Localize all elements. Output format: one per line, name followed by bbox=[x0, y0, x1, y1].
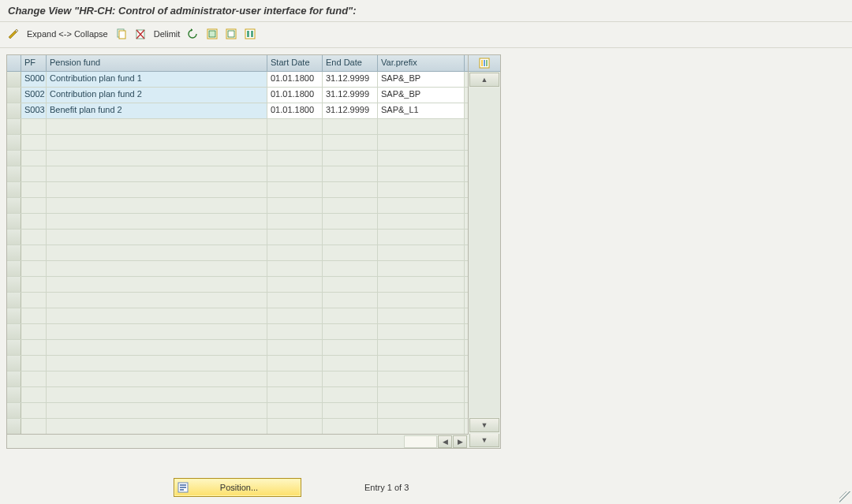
scroll-down-end-icon[interactable]: ▼ bbox=[469, 434, 499, 447]
hscroll-track[interactable] bbox=[404, 435, 437, 448]
cell-start-date[interactable]: 01.01.1800 bbox=[267, 88, 323, 103]
cell-fund bbox=[47, 182, 267, 197]
delimit-button[interactable]: Delimit bbox=[152, 29, 182, 39]
row-selector[interactable] bbox=[7, 103, 21, 118]
cell-start-date bbox=[267, 166, 323, 181]
cell-start-date bbox=[267, 308, 323, 323]
hscroll-right-icon[interactable]: ▶ bbox=[453, 435, 467, 448]
page-title: Change View "HR-CH: Control of administr… bbox=[0, 0, 852, 20]
row-selector[interactable] bbox=[7, 293, 21, 308]
copy-icon[interactable] bbox=[114, 27, 129, 41]
col-varprefix[interactable]: Var.prefix bbox=[378, 55, 465, 71]
cell-end-date[interactable]: 31.12.9999 bbox=[323, 72, 378, 87]
row-selector[interactable] bbox=[7, 371, 21, 386]
hscroll-left-icon[interactable]: ◀ bbox=[438, 435, 452, 448]
svg-rect-9 bbox=[245, 29, 255, 39]
cell-start-date[interactable]: 01.01.1800 bbox=[267, 72, 323, 87]
select-all-icon[interactable] bbox=[205, 27, 219, 41]
cell-varprefix bbox=[378, 151, 465, 166]
cell-varprefix[interactable]: SAP&_L1 bbox=[378, 103, 465, 118]
cell-fund[interactable]: Contribution plan fund 1 bbox=[47, 72, 267, 87]
row-selector[interactable] bbox=[7, 261, 21, 276]
row-selector[interactable] bbox=[7, 72, 21, 87]
row-selector[interactable] bbox=[7, 356, 21, 371]
svg-rect-18 bbox=[180, 487, 186, 488]
table-row: S000Contribution plan fund 101.01.180031… bbox=[7, 72, 468, 88]
cell-fund bbox=[47, 340, 267, 355]
position-button[interactable]: Position... bbox=[174, 478, 301, 497]
col-start[interactable]: Start Date bbox=[267, 55, 323, 71]
cell-varprefix[interactable]: SAP&_BP bbox=[378, 72, 465, 87]
cell-varprefix bbox=[378, 403, 465, 418]
row-selector[interactable] bbox=[7, 151, 21, 166]
svg-rect-11 bbox=[251, 31, 253, 37]
table-row bbox=[7, 198, 468, 214]
row-selector[interactable] bbox=[7, 135, 21, 150]
cell-start-date[interactable]: 01.01.1800 bbox=[267, 103, 323, 118]
row-selector[interactable] bbox=[7, 119, 21, 134]
cell-start-date bbox=[267, 182, 323, 197]
row-selector[interactable] bbox=[7, 340, 21, 355]
svg-rect-14 bbox=[484, 60, 485, 66]
cell-start-date bbox=[267, 198, 323, 213]
toggle-edit-icon[interactable] bbox=[6, 27, 21, 41]
config-icon[interactable] bbox=[243, 27, 257, 41]
cell-start-date bbox=[267, 356, 323, 371]
cell-pf[interactable]: S002 bbox=[21, 88, 47, 103]
cell-start-date bbox=[267, 387, 323, 402]
cell-pf bbox=[21, 371, 47, 386]
resize-handle-icon[interactable] bbox=[839, 491, 850, 502]
table-row bbox=[7, 293, 468, 308]
col-fund[interactable]: Pension fund bbox=[47, 55, 267, 71]
cell-pf bbox=[21, 119, 47, 134]
table-row bbox=[7, 340, 468, 356]
cell-varprefix[interactable]: SAP&_BP bbox=[378, 88, 465, 103]
row-selector[interactable] bbox=[7, 88, 21, 103]
row-selector[interactable] bbox=[7, 230, 21, 245]
scroll-down-icon[interactable]: ▼ bbox=[469, 418, 499, 432]
scroll-track[interactable] bbox=[469, 88, 500, 417]
table-row bbox=[7, 182, 468, 198]
table-container: PF Pension fund Start Date End Date Var.… bbox=[6, 54, 501, 449]
cell-fund[interactable]: Contribution plan fund 2 bbox=[47, 88, 267, 103]
cell-varprefix bbox=[378, 166, 465, 181]
col-selector[interactable] bbox=[7, 55, 21, 71]
table-row bbox=[7, 308, 468, 324]
row-selector[interactable] bbox=[7, 324, 21, 339]
deselect-all-icon[interactable] bbox=[224, 27, 238, 41]
col-pf[interactable]: PF bbox=[21, 55, 47, 71]
row-selector[interactable] bbox=[7, 277, 21, 292]
scroll-up-icon[interactable]: ▲ bbox=[469, 73, 499, 87]
cell-end-date[interactable]: 31.12.9999 bbox=[323, 88, 378, 103]
cell-pf[interactable]: S003 bbox=[21, 103, 47, 118]
undo-icon[interactable] bbox=[186, 27, 200, 41]
svg-rect-1 bbox=[119, 31, 125, 39]
row-selector[interactable] bbox=[7, 182, 21, 197]
delete-icon[interactable] bbox=[133, 27, 148, 41]
col-end[interactable]: End Date bbox=[323, 55, 378, 71]
table-settings-icon[interactable] bbox=[469, 55, 500, 72]
table-row bbox=[7, 277, 468, 293]
cell-start-date bbox=[267, 419, 323, 434]
row-selector[interactable] bbox=[7, 198, 21, 213]
row-selector[interactable] bbox=[7, 166, 21, 181]
row-selector[interactable] bbox=[7, 387, 21, 402]
row-selector[interactable] bbox=[7, 403, 21, 418]
cell-fund[interactable]: Benefit plan fund 2 bbox=[47, 103, 267, 118]
row-selector[interactable] bbox=[7, 214, 21, 229]
cell-pf bbox=[21, 356, 47, 371]
cell-pf[interactable]: S000 bbox=[21, 72, 47, 87]
row-selector[interactable] bbox=[7, 308, 21, 323]
cell-varprefix bbox=[378, 419, 465, 434]
cell-varprefix bbox=[378, 340, 465, 355]
cell-fund bbox=[47, 261, 267, 276]
expand-collapse-button[interactable]: Expand <-> Collapse bbox=[25, 29, 110, 39]
position-icon bbox=[174, 482, 192, 493]
row-selector[interactable] bbox=[7, 245, 21, 260]
toolbar: Expand <-> Collapse Delimit bbox=[0, 24, 852, 46]
row-selector[interactable] bbox=[7, 419, 21, 434]
cell-fund bbox=[47, 230, 267, 245]
cell-fund bbox=[47, 214, 267, 229]
table-header: PF Pension fund Start Date End Date Var.… bbox=[7, 55, 468, 72]
cell-end-date[interactable]: 31.12.9999 bbox=[323, 103, 378, 118]
